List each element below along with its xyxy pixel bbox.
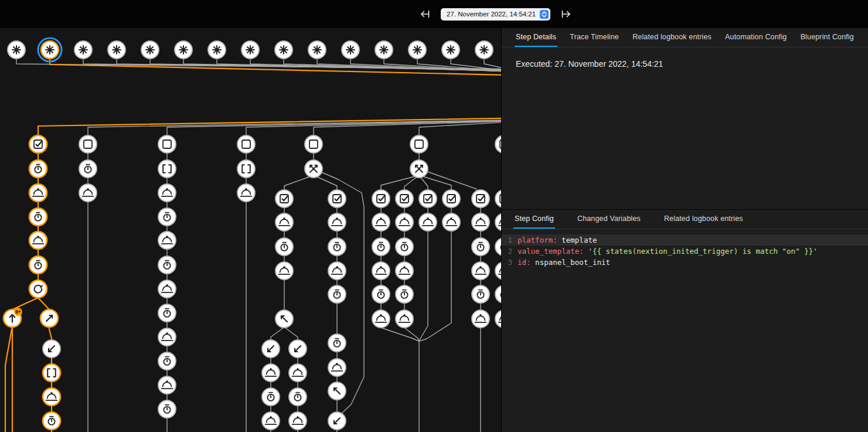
service-call-node[interactable]: [372, 310, 390, 328]
service-call-node[interactable]: [442, 213, 460, 231]
template-node[interactable]: [43, 364, 60, 382]
service-call-node[interactable]: [289, 412, 307, 430]
service-call-node[interactable]: [29, 184, 47, 202]
service-call-node[interactable]: [158, 232, 176, 249]
jump-up-left-node[interactable]: [275, 310, 293, 328]
service-call-node[interactable]: [495, 213, 501, 231]
jump-down-left-node[interactable]: [262, 340, 280, 358]
service-call-node[interactable]: [289, 364, 307, 382]
tab-step-config[interactable]: Step Config: [513, 210, 555, 229]
tab-trace-timeline[interactable]: Trace Timeline: [569, 28, 620, 47]
service-call-node[interactable]: [396, 262, 413, 280]
delay-node[interactable]: [372, 238, 390, 256]
trigger-node[interactable]: [308, 41, 326, 59]
service-call-node[interactable]: [79, 184, 97, 202]
trigger-node[interactable]: [74, 41, 92, 59]
condition-node[interactable]: [79, 135, 97, 153]
trigger-node[interactable]: [108, 41, 125, 59]
tab-related-logbook-entries[interactable]: Related logbook entries: [631, 28, 713, 47]
delay-node[interactable]: [328, 285, 346, 303]
tab-automation-config[interactable]: Automation Config: [724, 28, 788, 47]
condition-true-node[interactable]: [372, 190, 390, 208]
condition-node[interactable]: [410, 135, 428, 153]
service-call-node[interactable]: [472, 310, 489, 328]
delay-node[interactable]: [472, 285, 489, 303]
tab-changed-variables[interactable]: Changed Variables: [576, 210, 642, 229]
service-call-node[interactable]: [43, 388, 60, 406]
delay-node[interactable]: [262, 388, 280, 406]
delay-node[interactable]: [472, 238, 489, 256]
service-call-node[interactable]: [472, 213, 489, 231]
service-call-node[interactable]: [158, 328, 176, 346]
delay-node[interactable]: [29, 160, 47, 178]
condition-true-node[interactable]: [495, 190, 501, 208]
delay-node[interactable]: [495, 285, 501, 303]
delay-node[interactable]: [328, 334, 346, 352]
trigger-node[interactable]: [8, 41, 25, 59]
condition-node[interactable]: [158, 135, 176, 153]
condition-true-node[interactable]: [472, 190, 489, 208]
trigger-node[interactable]: [141, 41, 159, 59]
tab-blueprint-config[interactable]: Blueprint Config: [799, 28, 855, 47]
trigger-node[interactable]: [208, 41, 226, 59]
delay-node[interactable]: [275, 238, 293, 256]
condition-node[interactable]: [495, 135, 501, 153]
jump-down-left-node[interactable]: [43, 340, 60, 358]
service-call-node[interactable]: [328, 359, 346, 376]
trigger-node[interactable]: [275, 41, 292, 59]
service-call-node[interactable]: [158, 280, 176, 298]
tab-related-logbook-entries[interactable]: Related logbook entries: [663, 210, 744, 229]
jump-down-left-node[interactable]: [289, 340, 307, 358]
jump-down-left-node[interactable]: [328, 412, 346, 430]
trace-run-picker[interactable]: 27. November 2022, 14:54:21: [441, 8, 550, 21]
delay-node[interactable]: [79, 160, 97, 178]
service-call-node[interactable]: [419, 213, 437, 231]
service-call-node[interactable]: [372, 213, 390, 231]
choose-node[interactable]: [410, 160, 428, 178]
choose-node[interactable]: [305, 160, 322, 178]
delay-node[interactable]: [289, 388, 307, 406]
trigger-node[interactable]: [342, 41, 359, 59]
delay-node[interactable]: [495, 238, 501, 256]
delay-node[interactable]: [396, 238, 413, 256]
delay-node[interactable]: [43, 412, 60, 430]
delay-node[interactable]: [158, 400, 176, 418]
delay-node[interactable]: [158, 352, 176, 370]
delay-node[interactable]: [158, 208, 176, 226]
condition-node[interactable]: [237, 135, 255, 153]
service-call-node[interactable]: [158, 184, 176, 202]
service-call-node[interactable]: [29, 232, 47, 249]
trigger-node[interactable]: [475, 41, 493, 59]
trigger-node[interactable]: [442, 41, 459, 59]
template-node[interactable]: [158, 160, 176, 178]
template-node[interactable]: [237, 160, 255, 178]
service-call-node[interactable]: [328, 213, 346, 231]
service-call-node[interactable]: [275, 262, 293, 280]
trigger-node[interactable]: [38, 38, 62, 62]
trigger-node[interactable]: [375, 41, 393, 59]
condition-true-node[interactable]: [419, 190, 437, 208]
previous-run-button[interactable]: [417, 6, 433, 22]
jump-up-right-node[interactable]: [40, 309, 58, 327]
condition-true-node[interactable]: [442, 190, 460, 208]
service-call-node[interactable]: [237, 184, 255, 202]
delay-node[interactable]: [372, 285, 390, 303]
service-call-node[interactable]: [495, 310, 501, 328]
condition-true-node[interactable]: [275, 190, 293, 208]
delay-node[interactable]: [29, 208, 47, 226]
service-call-node[interactable]: [262, 364, 280, 382]
jump-up-left-node[interactable]: [328, 382, 346, 400]
trigger-node[interactable]: [175, 41, 192, 59]
trigger-node[interactable]: [409, 41, 426, 59]
tab-step-details[interactable]: Step Details: [515, 28, 557, 47]
delay-node[interactable]: [158, 256, 176, 274]
service-call-node[interactable]: [275, 213, 293, 231]
jump-up-node[interactable]: 9+: [4, 308, 22, 327]
delay-node[interactable]: [29, 256, 47, 274]
service-call-node[interactable]: [372, 262, 390, 280]
yaml-editor[interactable]: 1platform: template2value_template: '{{ …: [502, 234, 868, 268]
service-call-node[interactable]: [396, 213, 413, 231]
service-call-node[interactable]: [328, 262, 346, 280]
repeat-node[interactable]: [29, 280, 47, 298]
condition-true-node[interactable]: [29, 135, 47, 153]
